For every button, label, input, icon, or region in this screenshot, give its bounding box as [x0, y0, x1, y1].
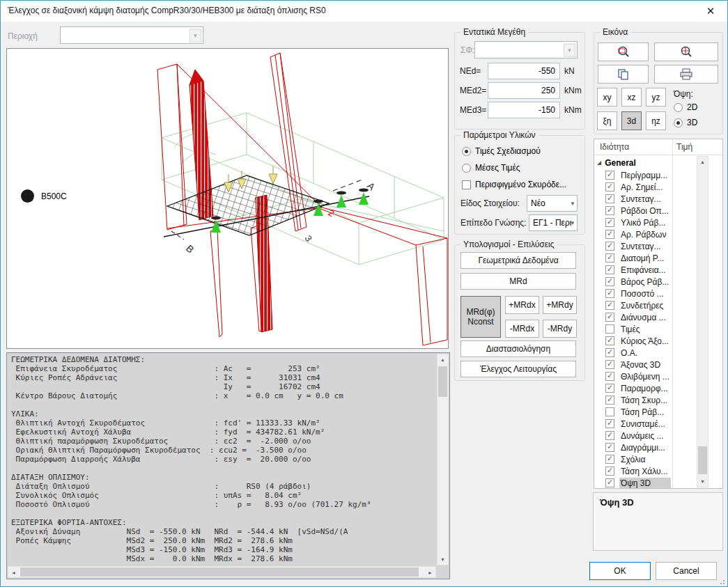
copy-image-button[interactable]	[598, 65, 649, 84]
view-3d-radio[interactable]: 3D	[674, 118, 697, 127]
property-checkbox[interactable]	[605, 265, 614, 274]
property-column-header[interactable]: Ιδιότητα	[600, 142, 629, 152]
property-checkbox[interactable]	[605, 301, 614, 310]
scroll-up-icon[interactable]: ▲	[697, 157, 708, 167]
scroll-down-icon[interactable]: ▼	[697, 476, 708, 487]
element-type-dropdown[interactable]: Νέο ▼	[527, 195, 578, 212]
expander-triangle-icon[interactable]: ◢	[597, 159, 601, 166]
property-row[interactable]: Άξονας 3D	[594, 359, 708, 370]
minus-mrdx-button[interactable]: -MRdx	[505, 320, 539, 338]
property-row[interactable]: Τάση Ράβ...	[594, 406, 708, 418]
ned-input[interactable]: -550	[488, 63, 560, 79]
knowledge-level-dropdown[interactable]: ΕΓ1 - Περι ▼	[529, 214, 578, 231]
property-row[interactable]: Διάνυσμα ...	[594, 311, 708, 323]
view-xy-button[interactable]: xy	[597, 88, 617, 107]
section-3d-viewport[interactable]: A B 2 3 B500C	[6, 48, 449, 349]
resize-grip-icon[interactable]	[718, 578, 725, 585]
property-row[interactable]: Συνδετήρες	[594, 299, 708, 311]
output-hscrollbar[interactable]: ◄ ►	[8, 566, 436, 578]
minus-mrdy-button[interactable]: -MRdy	[543, 320, 577, 338]
med3-input[interactable]: -150	[488, 102, 560, 118]
zoom-window-button[interactable]	[598, 42, 649, 61]
property-row[interactable]: Συντεταγ...	[594, 193, 708, 205]
close-icon[interactable]: ✕	[702, 3, 719, 19]
mrd-phi-nconst-button[interactable]: MRd(φ) Nconst	[460, 296, 501, 338]
view-yz-button[interactable]: yz	[646, 88, 666, 107]
property-row[interactable]: Ο.Α.	[594, 347, 708, 359]
property-checkbox[interactable]	[605, 396, 614, 405]
view-xieta-button[interactable]: ξη	[597, 111, 617, 130]
serviceability-check-button[interactable]: Έλεγχος Λειτουργίας	[460, 361, 576, 377]
property-vscrollbar[interactable]: ▲ ▼	[697, 156, 708, 487]
property-row[interactable]: Βάρος Ράβ...	[594, 276, 708, 288]
property-row[interactable]: Δυνάμεις ...	[594, 430, 708, 441]
property-checkbox[interactable]	[605, 467, 614, 476]
property-checkbox[interactable]	[605, 277, 614, 286]
property-row[interactable]: Συνισταμέ...	[594, 418, 708, 430]
property-row[interactable]: Συντεταγ...	[594, 240, 708, 252]
mean-values-radio[interactable]: Μέσες Τιμές	[462, 163, 520, 173]
property-checkbox[interactable]	[605, 194, 614, 203]
med2-input[interactable]: 250	[488, 82, 560, 99]
property-row[interactable]: Υλικό Ράβ...	[594, 217, 708, 228]
property-row[interactable]: Διαγράμμι...	[594, 441, 708, 453]
property-checkbox[interactable]	[605, 443, 614, 452]
property-row[interactable]: Ράβδοι Οπ...	[594, 205, 708, 217]
property-checkbox[interactable]	[605, 253, 614, 263]
property-checkbox[interactable]	[605, 455, 614, 464]
property-checkbox[interactable]	[605, 182, 614, 191]
plus-mrdy-button[interactable]: +MRdy	[543, 296, 577, 314]
property-checkbox[interactable]	[605, 407, 614, 416]
dimensioning-button[interactable]: Διαστασιολόγηση	[460, 341, 576, 357]
scroll-right-icon[interactable]: ►	[425, 568, 435, 578]
property-row[interactable]: Θλιβόμενη ...	[594, 370, 708, 382]
region-dropdown[interactable]: ▼	[60, 26, 203, 44]
view-etaz-button[interactable]: ηz	[646, 111, 666, 130]
value-column-header[interactable]: Τιμή	[676, 142, 692, 152]
scroll-thumb[interactable]	[698, 446, 707, 474]
property-row[interactable]: Επιφάνεια...	[594, 264, 708, 276]
property-row[interactable]: Κύριος Άξο...	[594, 335, 708, 347]
property-checkbox[interactable]	[605, 384, 614, 393]
plus-mrdx-button[interactable]: +MRdx	[505, 296, 539, 314]
property-checkbox[interactable]	[605, 230, 614, 239]
design-values-radio[interactable]: Τιμές Σχεδιασμού	[462, 146, 541, 156]
property-checkbox[interactable]	[605, 431, 614, 440]
property-row[interactable]: Παραμορφ...	[594, 382, 708, 394]
property-checkbox[interactable]	[605, 171, 614, 180]
scroll-down-icon[interactable]: ▼	[437, 554, 448, 565]
property-checkbox[interactable]	[605, 372, 614, 381]
property-group-row[interactable]: ◢ General	[594, 156, 708, 169]
view-xz-button[interactable]: xz	[621, 88, 642, 107]
property-checkbox[interactable]	[605, 206, 614, 215]
scroll-thumb[interactable]	[438, 366, 447, 397]
property-row[interactable]: Αρ. Σημεί...	[594, 181, 708, 193]
property-row[interactable]: Τάση Σκυρ...	[594, 394, 708, 406]
scroll-thumb[interactable]	[20, 568, 419, 577]
zoom-extents-button[interactable]	[654, 42, 718, 61]
view-3d-button[interactable]: 3d	[621, 111, 642, 130]
property-row[interactable]: Περίγραμμ...	[594, 169, 708, 181]
scroll-up-icon[interactable]: ▲	[437, 354, 448, 365]
property-checkbox[interactable]	[605, 324, 614, 334]
mrd-button[interactable]: MRd	[460, 273, 576, 290]
property-row[interactable]: Ποσοστό ...	[594, 288, 708, 299]
property-checkbox[interactable]	[605, 242, 614, 251]
property-row[interactable]: Αρ. Ράβδων	[594, 228, 708, 240]
property-row[interactable]: Τάση Χάλυ...	[594, 465, 708, 477]
output-vscrollbar[interactable]: ▲ ▼	[437, 354, 449, 565]
property-row[interactable]: Τιμές	[594, 323, 708, 335]
confined-concrete-checkbox[interactable]: Περισφιγμένο Σκυρόδε...	[462, 180, 566, 189]
property-checkbox[interactable]	[605, 289, 614, 298]
property-row[interactable]: Διατομή Ρ...	[594, 252, 708, 264]
ok-button[interactable]: OK	[589, 562, 651, 580]
sf-dropdown[interactable]: ▼	[474, 41, 578, 58]
property-checkbox[interactable]	[605, 336, 614, 345]
property-row[interactable]: Όψη 3D	[594, 477, 708, 488]
scroll-left-icon[interactable]: ◄	[8, 568, 19, 578]
property-row[interactable]: Σχόλια	[594, 453, 708, 465]
view-2d-radio[interactable]: 2D	[674, 102, 697, 112]
print-button[interactable]	[654, 65, 718, 84]
cancel-button[interactable]: Cancel	[656, 562, 717, 580]
property-checkbox[interactable]	[605, 348, 614, 357]
